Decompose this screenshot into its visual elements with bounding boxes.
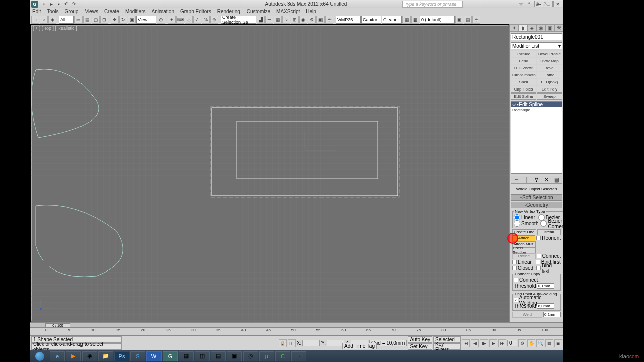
zoomall-icon[interactable]: ▦ xyxy=(545,339,553,347)
key-icon[interactable]: ⚿ xyxy=(526,1,532,7)
render-frame-icon[interactable]: ▣ xyxy=(316,16,325,24)
curve-editor-icon[interactable]: ∿ xyxy=(282,16,290,24)
break-button[interactable]: Break xyxy=(537,229,561,235)
modifier-stack[interactable]: ☉ ▸ Edit Spline Rectangle xyxy=(511,101,562,174)
extrude-button[interactable]: Extrude xyxy=(511,51,536,57)
display-tab-icon[interactable]: ▣ xyxy=(545,24,554,32)
key-filters[interactable]: Key Filters... xyxy=(433,343,461,350)
capholes-button[interactable]: Cap Holes xyxy=(511,86,536,93)
menu-grapheditors[interactable]: Graph Editors xyxy=(180,9,211,14)
isolate-icon[interactable]: ◫ xyxy=(288,339,296,347)
editspline-button[interactable]: Edit Spline xyxy=(511,93,536,100)
setkey-button[interactable]: Set Key xyxy=(408,343,432,350)
menu-maxscript[interactable]: MAXScript xyxy=(276,9,300,14)
menu-animation[interactable]: Animation xyxy=(151,9,174,14)
ffd222-button[interactable]: FFD 2x2x2 xyxy=(511,65,536,71)
remove-icon[interactable]: ✕ xyxy=(544,177,548,183)
selection-filter[interactable]: All xyxy=(59,16,74,24)
link-icon[interactable]: ⟐ xyxy=(31,16,39,24)
goto-end-icon[interactable]: ⏭ xyxy=(498,339,506,347)
menu-tools[interactable]: Tools xyxy=(47,9,58,14)
reorient-check[interactable] xyxy=(536,236,541,240)
percent-snap-icon[interactable]: % xyxy=(202,16,210,24)
pivot-icon[interactable]: ⊙ xyxy=(157,16,165,24)
save-icon[interactable]: ▪ xyxy=(55,1,62,8)
ref-coord[interactable]: View xyxy=(136,16,156,24)
new-icon[interactable]: ▫ xyxy=(40,1,47,8)
bind-icon[interactable]: ◈ xyxy=(48,16,56,24)
vray-1[interactable]: ViMP26 xyxy=(336,16,361,24)
maximize-vp-icon[interactable]: ▣ xyxy=(554,339,562,347)
timeconfig-icon[interactable]: ⚙ xyxy=(518,339,526,347)
globe-icon[interactable]: ⊕ xyxy=(534,1,540,7)
bindlast-check[interactable] xyxy=(536,266,541,270)
bcorner-radio[interactable] xyxy=(540,220,547,227)
ps-icon[interactable]: Ps xyxy=(114,351,129,361)
manipulate-icon[interactable]: ✦ xyxy=(168,16,176,24)
unique-icon[interactable]: ∀ xyxy=(535,177,538,183)
word-icon[interactable]: W xyxy=(146,351,162,361)
modify-tab-icon[interactable]: ◗ xyxy=(519,24,528,32)
3dsmax-icon[interactable]: G xyxy=(163,351,178,361)
createline-button[interactable]: Create Line xyxy=(512,229,536,235)
crosssection-button[interactable]: Cross Section xyxy=(512,247,536,253)
y-field[interactable] xyxy=(327,340,344,346)
named-selection[interactable]: Create Selection Se xyxy=(221,16,256,24)
render-last-icon[interactable]: ☕ xyxy=(472,16,480,24)
app6-icon[interactable]: C xyxy=(275,351,290,361)
start-button[interactable] xyxy=(30,350,49,362)
search-input[interactable]: Type a keyword or phrase xyxy=(403,1,463,8)
next-frame-icon[interactable]: ▶ xyxy=(489,339,497,347)
vray-btn2[interactable]: ▩ xyxy=(411,16,419,24)
app3-icon[interactable]: ▤ xyxy=(211,351,226,361)
lathe-button[interactable]: Lathe xyxy=(537,72,562,78)
spinner-snap-icon[interactable]: ⊕ xyxy=(210,16,218,24)
bend-button[interactable]: Bend xyxy=(511,58,536,64)
config-icon[interactable]: ▤ xyxy=(554,177,559,183)
connect2-check[interactable] xyxy=(514,278,518,282)
select-name-icon[interactable]: ▤ xyxy=(83,16,91,24)
window-crossing-icon[interactable]: ⊡ xyxy=(100,16,108,24)
render-setup-icon[interactable]: ⚙ xyxy=(308,16,316,24)
weld-field[interactable]: 0,1mm xyxy=(543,312,561,317)
attach-button[interactable]: Attach xyxy=(512,235,535,241)
menu-help[interactable]: Help xyxy=(306,9,316,14)
menu-group[interactable]: Group xyxy=(65,9,79,14)
linear-check[interactable] xyxy=(512,260,517,264)
x-field[interactable] xyxy=(302,340,320,346)
motion-tab-icon[interactable]: ◉ xyxy=(536,24,545,32)
create-tab-icon[interactable]: ✦ xyxy=(510,24,519,32)
material-icon[interactable]: ◉ xyxy=(299,16,307,24)
layers-icon[interactable]: ▦ xyxy=(274,16,282,24)
app1-icon[interactable]: ▦ xyxy=(179,351,194,361)
modifier-list[interactable]: Modifier List▾ xyxy=(511,42,562,49)
vray-3[interactable]: Cleaner xyxy=(382,16,402,24)
refine-button[interactable]: Refine xyxy=(512,253,536,259)
help-icon[interactable]: ? xyxy=(542,1,548,7)
media-icon[interactable]: ▶ xyxy=(66,351,81,361)
bevel-button[interactable]: Bevel xyxy=(537,65,562,71)
explorer-icon[interactable]: 📁 xyxy=(98,351,113,361)
soft-selection-rollout[interactable]: + Soft Selection xyxy=(511,194,562,201)
open-icon[interactable]: ▸ xyxy=(48,1,55,8)
show-icon[interactable]: ║ xyxy=(525,177,528,183)
ffdbox-button[interactable]: FFD(box) xyxy=(537,79,562,85)
utorrent-icon[interactable]: μ xyxy=(259,351,274,361)
chrome-icon[interactable]: ◉ xyxy=(82,351,97,361)
threshold-field[interactable]: 0,1mm xyxy=(537,283,554,289)
bindfirst-check[interactable] xyxy=(536,260,540,264)
redo-icon[interactable]: ↷ xyxy=(70,1,77,8)
geometry-rollout[interactable]: - Geometry xyxy=(511,202,562,208)
undo-icon[interactable]: ↶ xyxy=(63,1,70,8)
closed-check[interactable] xyxy=(512,266,517,270)
goto-start-icon[interactable]: ⏮ xyxy=(462,339,470,347)
menu-customize[interactable]: Customize xyxy=(247,9,270,14)
app4-icon[interactable]: ▣ xyxy=(227,351,242,361)
play-icon[interactable]: ▶ xyxy=(480,339,488,347)
select-region-icon[interactable]: ▢ xyxy=(92,16,100,24)
select-icon[interactable]: ▭ xyxy=(74,16,83,24)
snap-icon[interactable]: ◇ xyxy=(185,16,193,24)
app-logo[interactable]: G xyxy=(31,1,38,8)
stack-rectangle[interactable]: Rectangle xyxy=(511,107,562,113)
pin-icon[interactable]: ⊣ xyxy=(514,177,519,183)
